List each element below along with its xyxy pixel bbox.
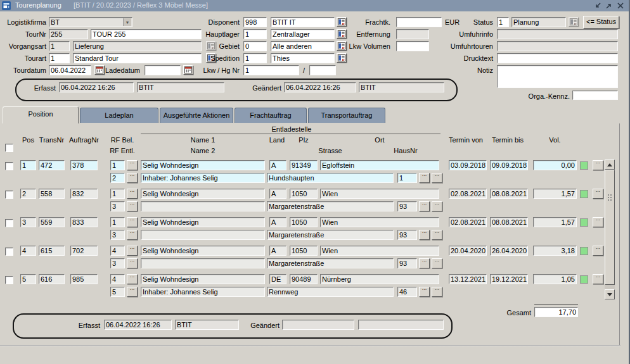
strasse-lov-button[interactable] <box>419 287 430 297</box>
strasse-field[interactable]: Margaretenstraße <box>267 258 394 268</box>
vol-field[interactable]: 0,00 <box>533 160 577 170</box>
termin-bis-field[interactable]: 08.08.2021 <box>490 217 528 227</box>
drucktext-field[interactable] <box>497 53 618 63</box>
termin-bis-field[interactable]: 26.04.2020 <box>490 246 528 256</box>
lkw-nr-field[interactable]: 1 <box>243 65 299 75</box>
ladedatum-field[interactable] <box>145 65 181 75</box>
strasse-field[interactable]: Margaretenstraße <box>267 201 394 211</box>
hausnr-lov-button[interactable] <box>432 258 442 268</box>
scroll-down-icon[interactable] <box>605 289 615 299</box>
termin-bis-field[interactable]: 19.12.2021 <box>490 274 528 284</box>
rf-bel-field[interactable]: 1 <box>110 189 125 199</box>
row-checkbox[interactable] <box>5 276 13 284</box>
termin-von-field[interactable]: 20.04.2020 <box>449 246 487 256</box>
pos-field[interactable]: 3 <box>20 217 36 227</box>
orga-kennz-field[interactable] <box>572 91 618 100</box>
tourart-code-field[interactable]: 1 <box>49 53 70 63</box>
hausnr-lov-button[interactable] <box>432 201 442 211</box>
vol-field[interactable]: 1,57 <box>533 217 577 227</box>
strasse-lov-button[interactable] <box>419 258 430 268</box>
name1-field[interactable]: Selig Wohndesign <box>141 217 265 227</box>
pos-field[interactable]: 1 <box>20 160 36 170</box>
plz-field[interactable]: 91349 <box>290 160 318 170</box>
row-detail-button[interactable] <box>593 160 603 170</box>
gebiet-name-field[interactable]: Alle anderen <box>271 41 335 51</box>
pos-field[interactable]: 5 <box>20 274 36 284</box>
hausnr-lov-button[interactable] <box>432 230 442 240</box>
notiz-field[interactable] <box>497 65 618 88</box>
row-detail-button[interactable] <box>593 217 603 227</box>
transnr-field[interactable]: 559 <box>39 217 65 227</box>
rf-bel-field[interactable]: 1 <box>110 217 125 227</box>
name2-field[interactable] <box>141 201 265 211</box>
hausnr-lov-button[interactable] <box>432 287 442 297</box>
vol-field[interactable]: 1,05 <box>533 274 577 284</box>
rf-bel-field[interactable]: 4 <box>110 246 125 256</box>
chevron-down-icon[interactable]: ▼ <box>123 18 131 26</box>
rf-entl-lov-button[interactable] <box>127 201 138 211</box>
pos-field[interactable]: 2 <box>20 189 36 199</box>
rf-bel-lov-button[interactable] <box>127 189 138 199</box>
select-all-checkbox[interactable] <box>5 144 13 152</box>
tab-ausgefuehrte-aktionen[interactable]: Ausgeführte Aktionen <box>160 108 233 123</box>
land-field[interactable]: A <box>269 217 286 227</box>
scroll-up-icon[interactable] <box>605 160 615 170</box>
rf-bel-lov-button[interactable] <box>127 274 138 284</box>
hauptlager-name-field[interactable]: Zentrallager <box>271 29 335 39</box>
vertical-scrollbar[interactable] <box>605 160 615 299</box>
strasse-lov-button[interactable] <box>419 173 430 183</box>
row-checkbox[interactable] <box>5 248 13 256</box>
rf-bel-lov-button[interactable] <box>127 217 138 227</box>
gebiet-code-field[interactable]: 0 <box>243 41 267 51</box>
disponent-code-field[interactable]: 998 <box>243 17 267 27</box>
name1-field[interactable]: Selig Wohndesign <box>141 274 265 284</box>
tournr-field[interactable]: 255 <box>49 29 88 39</box>
plz-field[interactable]: 1050 <box>290 217 318 227</box>
status-code-field[interactable]: 1 <box>497 17 509 27</box>
strasse-lov-button[interactable] <box>419 230 430 240</box>
hauptlager-code-field[interactable]: 1 <box>243 29 267 39</box>
name2-field[interactable] <box>141 258 265 268</box>
vorgangsart-code-field[interactable]: 1 <box>49 41 70 51</box>
rf-bel-field[interactable]: 4 <box>110 274 125 284</box>
tab-position[interactable]: Position <box>3 106 79 123</box>
hausnr-field[interactable]: 46 <box>397 287 417 297</box>
strasse-field[interactable]: Margaretenstraße <box>267 230 394 240</box>
name2-field[interactable] <box>141 230 265 240</box>
frachtk-field[interactable] <box>396 17 442 27</box>
name2-field[interactable]: Inhaber: Johannes Selig <box>141 287 265 297</box>
termin-von-field[interactable]: 13.12.2021 <box>449 274 487 284</box>
rf-entl-field[interactable]: 3 <box>110 201 125 211</box>
tourdatum-field[interactable]: 06.04.2022 <box>49 65 91 75</box>
row-checkbox[interactable] <box>5 191 13 199</box>
ort-field[interactable]: Wien <box>320 189 439 199</box>
close-window-icon[interactable] <box>617 2 625 9</box>
plz-field[interactable]: 1050 <box>290 189 318 199</box>
auftragnr-field[interactable]: 378 <box>70 160 98 170</box>
row-detail-button[interactable] <box>593 246 603 256</box>
termin-bis-field[interactable]: 08.08.2021 <box>490 189 528 199</box>
termin-bis-field[interactable]: 09.09.2018 <box>490 160 528 170</box>
hg-nr-field[interactable] <box>309 65 336 75</box>
logistikfirma-combo[interactable]: BT ▼ <box>49 17 132 27</box>
land-field[interactable]: A <box>269 189 286 199</box>
auftragnr-field[interactable]: 832 <box>70 189 98 199</box>
vorgangsart-name-field[interactable]: Lieferung <box>73 41 202 51</box>
transnr-field[interactable]: 558 <box>39 189 65 199</box>
vol-field[interactable]: 3,18 <box>533 246 577 256</box>
tab-transportauftrag[interactable]: Transportauftrag <box>308 108 385 123</box>
termin-von-field[interactable]: 02.08.2021 <box>449 189 487 199</box>
strasse-lov-button[interactable] <box>419 201 430 211</box>
name1-field[interactable]: Selig Wohndesign <box>141 189 265 199</box>
minimize-window-icon[interactable] <box>594 2 602 9</box>
row-checkbox[interactable] <box>5 162 13 170</box>
plz-field[interactable]: 90489 <box>290 274 318 284</box>
name1-field[interactable]: Selig Wohndesign <box>141 246 265 256</box>
row-checkbox[interactable] <box>5 219 13 227</box>
rf-entl-field[interactable]: 2 <box>110 173 125 183</box>
pos-field[interactable]: 4 <box>20 246 36 256</box>
row-detail-button[interactable] <box>593 274 603 284</box>
ort-field[interactable]: Wien <box>320 246 439 256</box>
rf-bel-field[interactable]: 1 <box>110 160 125 170</box>
spedition-code-field[interactable]: 1 <box>243 53 267 63</box>
